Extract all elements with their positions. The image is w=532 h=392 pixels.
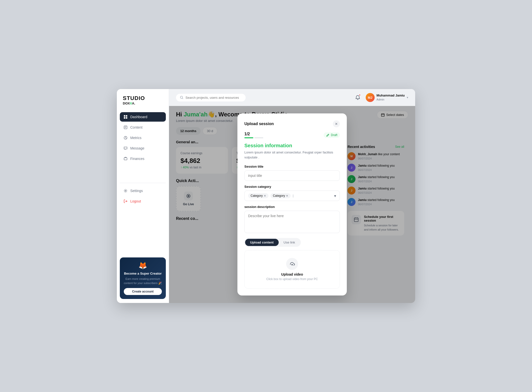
modal-title: Upload session bbox=[244, 122, 274, 126]
upload-title: Upload video bbox=[252, 272, 332, 276]
svg-rect-8 bbox=[124, 158, 127, 160]
user-name: Muhammad Jamiu bbox=[377, 94, 405, 98]
user-role: Admin bbox=[377, 98, 405, 101]
content-icon bbox=[123, 125, 128, 130]
session-info-title-colored: information bbox=[265, 143, 292, 148]
notification-dot bbox=[359, 94, 361, 96]
category-tag-2-remove[interactable]: ✕ bbox=[286, 194, 288, 197]
logo-area: STUDIO DOXXA. bbox=[117, 95, 169, 112]
super-creator-card: 🦊 Become a Super Creator Earn more creat… bbox=[120, 257, 166, 299]
sidebar-item-metrics-label: Metrics bbox=[130, 136, 141, 140]
modal-header: Upload session ✕ bbox=[244, 120, 340, 127]
logo-doxxa: DOXXA. bbox=[123, 101, 163, 105]
svg-rect-3 bbox=[126, 117, 127, 119]
super-creator-title: Become a Super Creator bbox=[124, 272, 162, 275]
svg-rect-2 bbox=[124, 117, 125, 119]
search-bar[interactable] bbox=[176, 94, 246, 101]
topbar-right: MJ Muhammad Jamiu Admin ▾ bbox=[353, 93, 408, 102]
category-tag-2[interactable]: Category ✕ bbox=[270, 193, 291, 198]
dashboard-icon bbox=[123, 115, 128, 119]
chevron-down-icon: ▾ bbox=[407, 96, 408, 99]
super-creator-desc: Earn more creating premium content for y… bbox=[124, 277, 162, 285]
nav-list: Dashboard Content bbox=[117, 112, 169, 180]
sidebar-item-settings-label: Settings bbox=[130, 189, 143, 193]
sidebar-item-dashboard[interactable]: Dashboard bbox=[120, 112, 166, 122]
session-title-input[interactable] bbox=[244, 170, 340, 181]
session-category-label: Session category bbox=[244, 185, 340, 189]
svg-rect-4 bbox=[124, 126, 127, 129]
category-tag-1-label: Category bbox=[251, 194, 263, 197]
settings-nav: Settings Logout bbox=[117, 186, 169, 254]
category-tag-2-label: Category bbox=[273, 194, 285, 197]
session-info-title: Session information bbox=[244, 143, 340, 148]
category-tag-1[interactable]: Category ✕ bbox=[248, 193, 268, 198]
super-creator-emoji: 🦊 bbox=[124, 261, 162, 270]
draft-badge: Draft bbox=[324, 132, 340, 138]
sidebar: STUDIO DOXXA. Dashboard bbox=[117, 89, 169, 303]
logo-studio: STUDIO bbox=[123, 95, 163, 101]
sidebar-item-content[interactable]: Content bbox=[120, 123, 166, 132]
settings-icon bbox=[123, 189, 128, 193]
sidebar-item-content-label: Content bbox=[130, 125, 142, 129]
step-text: 1/2 bbox=[244, 132, 250, 136]
step-progress bbox=[244, 137, 263, 138]
nav-divider bbox=[120, 183, 166, 183]
user-profile[interactable]: MJ Muhammad Jamiu Admin ▾ bbox=[366, 93, 408, 102]
draft-icon bbox=[326, 133, 330, 137]
upload-content-tab[interactable]: Upload content bbox=[245, 239, 279, 246]
session-info-title-plain: Session bbox=[244, 143, 264, 148]
category-cursor: | bbox=[293, 194, 293, 197]
step-bar-2 bbox=[254, 137, 263, 138]
modal: Upload session ✕ 1/2 bbox=[237, 113, 347, 295]
draft-label: Draft bbox=[331, 133, 337, 137]
avatar: MJ bbox=[366, 93, 375, 102]
session-title-label: Session title bbox=[244, 165, 340, 168]
sidebar-item-message-label: Message bbox=[130, 146, 144, 150]
upload-area[interactable]: Upload video Click box to upload video f… bbox=[244, 250, 340, 289]
upload-icon-circle bbox=[286, 258, 298, 270]
sidebar-item-finances-label: Finances bbox=[130, 157, 144, 161]
message-icon bbox=[123, 146, 128, 150]
modal-close-button[interactable]: ✕ bbox=[333, 120, 340, 127]
session-description-textarea[interactable] bbox=[244, 211, 340, 233]
metrics-icon bbox=[123, 136, 128, 140]
main-content: MJ Muhammad Jamiu Admin ▾ Hi Juma'ah👋, W… bbox=[169, 89, 415, 303]
finances-icon bbox=[123, 156, 128, 161]
topbar: MJ Muhammad Jamiu Admin ▾ bbox=[169, 89, 415, 106]
chevron-down-icon: ▾ bbox=[334, 194, 336, 198]
upload-desc: Click box to upload video from your PC bbox=[252, 277, 332, 281]
svg-rect-0 bbox=[124, 115, 125, 117]
sidebar-item-settings[interactable]: Settings bbox=[120, 186, 166, 196]
sidebar-item-metrics[interactable]: Metrics bbox=[120, 133, 166, 143]
svg-point-9 bbox=[125, 190, 126, 191]
logout-icon bbox=[123, 199, 128, 203]
session-category-select[interactable]: Category ✕ Category ✕ | ▾ bbox=[244, 191, 340, 201]
notification-button[interactable] bbox=[353, 93, 362, 102]
user-info: Muhammad Jamiu Admin bbox=[377, 94, 405, 101]
svg-point-11 bbox=[180, 96, 183, 98]
session-description-label: session description bbox=[244, 205, 340, 209]
category-tag-1-remove[interactable]: ✕ bbox=[264, 194, 266, 197]
search-icon bbox=[180, 96, 183, 99]
sidebar-item-finances[interactable]: Finances bbox=[120, 154, 166, 163]
svg-rect-1 bbox=[126, 115, 127, 117]
step-bar-1 bbox=[244, 137, 253, 138]
sidebar-item-logout[interactable]: Logout bbox=[120, 196, 166, 206]
use-link-tab[interactable]: Use link bbox=[279, 239, 300, 246]
search-input[interactable] bbox=[185, 96, 242, 99]
session-info-desc: Lorem ipsum dolor sit amet consectetur. … bbox=[244, 150, 340, 160]
modal-steps: 1/2 bbox=[244, 132, 340, 138]
sidebar-item-dashboard-label: Dashboard bbox=[130, 115, 147, 119]
upload-icon bbox=[289, 261, 295, 267]
create-account-button[interactable]: Create account bbox=[124, 288, 162, 295]
step-number: 1/2 bbox=[244, 132, 263, 138]
sidebar-item-logout-label: Logout bbox=[130, 199, 141, 203]
modal-overlay[interactable]: Upload session ✕ 1/2 bbox=[169, 106, 415, 303]
session-info-heading: Session information bbox=[244, 143, 340, 148]
page-body: Hi Juma'ah👋, Wecome to Doxxa Stidio Lore… bbox=[169, 106, 415, 303]
upload-tabs: Upload content Use link bbox=[244, 238, 301, 247]
step-indicator: 1/2 bbox=[244, 132, 263, 138]
sidebar-item-message[interactable]: Message bbox=[120, 144, 166, 153]
